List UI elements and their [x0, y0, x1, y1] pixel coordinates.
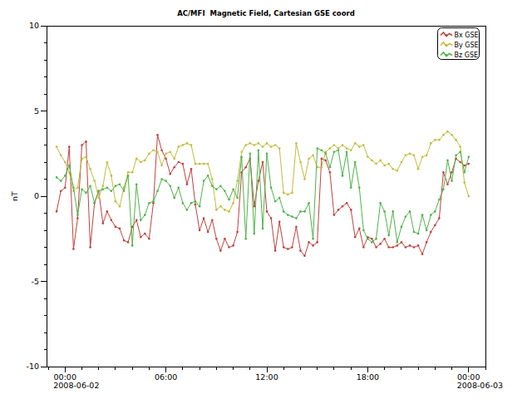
series-marker-by-gse	[160, 165, 163, 167]
series-marker-bx-gse	[295, 226, 298, 229]
series-marker-bx-gse	[111, 219, 113, 221]
series-marker-by-gse	[354, 142, 357, 145]
series-marker-bz-gse	[417, 233, 420, 235]
series-marker-by-gse	[270, 145, 273, 148]
series-marker-by-gse	[115, 200, 117, 203]
series-marker-by-gse	[89, 168, 91, 170]
series-marker-bz-gse	[397, 241, 399, 244]
series-marker-by-gse	[64, 161, 66, 164]
series-marker-bz-gse	[93, 202, 96, 204]
series-marker-bz-gse	[379, 202, 382, 204]
series-marker-by-gse	[283, 192, 285, 195]
series-marker-by-gse	[81, 158, 83, 160]
series-marker-by-gse	[148, 153, 150, 155]
series-marker-by-gse	[60, 155, 62, 157]
series-marker-bz-gse	[232, 189, 234, 191]
series-marker-bx-gse	[299, 249, 302, 252]
series-marker-by-gse	[358, 145, 361, 148]
series-marker-bx-gse	[119, 228, 121, 230]
series-marker-bz-gse	[299, 210, 302, 213]
series-marker-bx-gse	[258, 180, 260, 182]
series-marker-bx-gse	[190, 168, 193, 170]
series-marker-by-gse	[97, 197, 100, 200]
series-marker-bx-gse	[362, 246, 365, 249]
series-marker-by-gse	[127, 171, 130, 174]
series-marker-bx-gse	[303, 255, 306, 258]
series-marker-bx-gse	[442, 171, 445, 174]
series-marker-bx-gse	[421, 253, 424, 255]
series-marker-by-gse	[182, 144, 185, 146]
series-marker-bx-gse	[148, 238, 150, 240]
series-marker-bz-gse	[60, 180, 62, 182]
series-marker-by-gse	[203, 163, 205, 165]
series-marker-bz-gse	[182, 202, 185, 204]
series-marker-bz-gse	[244, 238, 247, 240]
series-marker-bz-gse	[266, 153, 268, 155]
magnetic-field-figure: AC/MFI Magnetic Field, Cartesian GSE coo…	[0, 0, 532, 399]
series-marker-bx-gse	[56, 210, 58, 213]
series-marker-by-gse	[463, 181, 466, 184]
series-marker-bx-gse	[211, 219, 214, 221]
series-marker-by-gse	[85, 156, 87, 159]
legend-marker-bz-gse	[446, 54, 448, 57]
series-marker-bz-gse	[111, 190, 113, 193]
series-marker-bz-gse	[89, 185, 91, 187]
series-marker-by-gse	[144, 160, 146, 162]
series-marker-bz-gse	[308, 202, 310, 204]
series-marker-by-gse	[401, 161, 403, 164]
series-marker-bx-gse	[316, 241, 318, 244]
series-marker-bz-gse	[325, 153, 328, 155]
x-axis-start-date: 2008-06-02	[53, 381, 99, 390]
series-marker-bz-gse	[287, 214, 289, 216]
series-marker-bx-gse	[254, 205, 256, 208]
series-marker-by-gse	[262, 145, 264, 148]
series-marker-bx-gse	[274, 249, 277, 252]
series-marker-bz-gse	[203, 180, 205, 182]
series-marker-bx-gse	[426, 241, 428, 244]
series-marker-by-gse	[371, 160, 373, 162]
series-marker-bx-gse	[207, 231, 209, 234]
series-marker-bx-gse	[337, 209, 340, 211]
series-marker-by-gse	[186, 142, 189, 145]
series-marker-by-gse	[321, 166, 323, 169]
series-marker-bx-gse	[186, 183, 189, 185]
series-marker-bz-gse	[383, 210, 386, 213]
series-marker-bx-gse	[405, 246, 407, 249]
series-marker-by-gse	[140, 161, 142, 164]
series-marker-by-gse	[119, 205, 121, 208]
x-axis-ticks: 00:0006:0012:0018:0000:002008-06-022008-…	[48, 367, 503, 390]
series-marker-bz-gse	[160, 178, 163, 180]
series-marker-bz-gse	[119, 183, 121, 185]
series-marker-by-gse	[362, 144, 365, 146]
series-marker-bx-gse	[270, 217, 273, 219]
series-marker-bx-gse	[312, 244, 314, 247]
series-marker-by-gse	[350, 149, 352, 151]
series-marker-by-gse	[451, 134, 453, 136]
series-marker-by-gse	[173, 158, 175, 160]
series-marker-bx-gse	[446, 183, 449, 185]
series-marker-by-gse	[169, 150, 171, 153]
series-marker-by-gse	[219, 205, 222, 208]
plot-frame	[47, 26, 485, 367]
series-marker-by-gse	[165, 153, 167, 155]
series-marker-bx-gse	[182, 163, 185, 165]
y-tick-label: -10	[26, 362, 39, 371]
series-marker-by-gse	[446, 131, 449, 133]
series-marker-bz-gse	[438, 199, 441, 201]
series-marker-by-gse	[152, 149, 155, 151]
series-marker-bz-gse	[358, 187, 361, 190]
series-marker-bz-gse	[321, 149, 323, 151]
series-marker-bz-gse	[152, 200, 155, 203]
series-bx-gse	[56, 134, 470, 257]
series-marker-bz-gse	[303, 210, 306, 213]
series-marker-bz-gse	[387, 234, 390, 237]
series-marker-bx-gse	[379, 243, 382, 245]
series-marker-by-gse	[215, 209, 218, 211]
series-marker-bx-gse	[123, 239, 126, 242]
series-marker-bx-gse	[199, 229, 201, 232]
series-marker-by-gse	[131, 171, 134, 174]
series-marker-bx-gse	[387, 246, 390, 249]
series-marker-by-gse	[102, 185, 105, 187]
series-marker-bx-gse	[89, 246, 91, 249]
series-marker-bx-gse	[354, 236, 357, 239]
